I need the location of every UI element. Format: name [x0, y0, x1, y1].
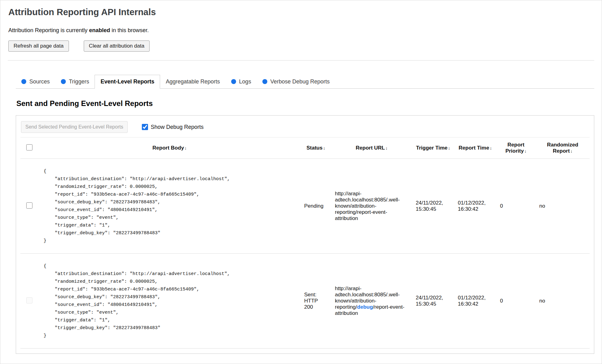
table-header-row: Report Body↕ Status↕ Report URL↕ Trigger…	[20, 138, 590, 159]
report-body-json: { "attribution_destination": "http://ara…	[44, 167, 297, 245]
col-header-report-priority[interactable]: Report Priority↕	[496, 138, 536, 159]
trigger-time: 24/11/2022, 15:30:45	[412, 159, 454, 254]
status-enabled-text: enabled	[89, 27, 110, 33]
page-actions: Refresh all page data Clear all attribut…	[8, 40, 594, 52]
status-suffix: in this browser.	[110, 27, 149, 33]
select-all-header	[20, 138, 39, 159]
tab-label: Sources	[29, 78, 50, 85]
col-header-status[interactable]: Status↕	[300, 138, 331, 159]
report-url: http://arapi-adtech.localhost:8085/.well…	[331, 159, 412, 254]
event-level-reports-table: Report Body↕ Status↕ Report URL↕ Trigger…	[20, 137, 590, 349]
tab-verbose-debug-reports[interactable]: Verbose Debug Reports	[257, 75, 335, 88]
report-priority: 0	[496, 159, 536, 254]
tab-sources[interactable]: Sources	[16, 75, 55, 88]
tab-label: Verbose Debug Reports	[270, 78, 330, 85]
main-content: Sources Triggers Event-Level Reports Agg…	[16, 75, 594, 354]
col-header-label: Report Time	[459, 145, 489, 151]
show-debug-label: Show Debug Reports	[151, 124, 204, 130]
tab-triggers[interactable]: Triggers	[55, 75, 95, 88]
tab-logs[interactable]: Logs	[226, 75, 257, 88]
report-status: Pending	[300, 159, 331, 254]
new-data-dot-icon	[262, 79, 267, 84]
col-header-label: Trigger Time	[416, 145, 447, 151]
row-checkbox-cell	[20, 254, 39, 349]
tab-aggregatable-reports[interactable]: Aggregatable Reports	[160, 75, 225, 88]
url-debug-highlight: debug	[357, 304, 373, 310]
attribution-internals-page: Attribution Reporting API Internals Attr…	[0, 0, 602, 364]
sort-icon: ↕	[570, 149, 573, 154]
new-data-dot-icon	[61, 79, 66, 84]
section-heading: Sent and Pending Event-Level Reports	[16, 99, 594, 108]
report-status: Sent: HTTP 200	[300, 254, 331, 349]
report-controls: Send Selected Pending Event-Level Report…	[21, 121, 590, 133]
sort-icon: ↕	[524, 149, 527, 154]
report-priority: 0	[496, 254, 536, 349]
new-data-dot-icon	[21, 79, 26, 84]
refresh-all-button[interactable]: Refresh all page data	[8, 40, 69, 52]
col-header-report-body[interactable]: Report Body↕	[39, 138, 300, 159]
report-time: 01/12/2022, 16:30:42	[454, 159, 496, 254]
randomized-report: no	[536, 254, 590, 349]
report-row-sent: { "attribution_destination": "http://ara…	[20, 254, 590, 349]
tab-bar: Sources Triggers Event-Level Reports Agg…	[16, 75, 594, 89]
randomized-report: no	[536, 159, 590, 254]
status-line: Attribution Reporting is currently enabl…	[8, 27, 594, 34]
row-checkbox-cell	[20, 159, 39, 254]
col-header-label: Status	[307, 145, 323, 151]
clear-all-button[interactable]: Clear all attribution data	[84, 40, 150, 52]
report-row-pending: { "attribution_destination": "http://ara…	[20, 159, 590, 254]
new-data-dot-icon	[231, 79, 236, 84]
report-body-json: { "attribution_destination": "http://ara…	[44, 262, 297, 340]
select-all-checkbox[interactable]	[26, 144, 32, 150]
tab-event-level-reports[interactable]: Event-Level Reports	[95, 75, 160, 89]
row-checkbox[interactable]	[26, 202, 32, 209]
sort-icon: ↕	[385, 146, 388, 150]
col-header-label: Report URL	[356, 145, 385, 151]
report-time: 01/12/2022, 16:30:42	[454, 254, 496, 349]
sort-icon: ↕	[323, 146, 325, 150]
col-header-report-time[interactable]: Report Time↕	[454, 138, 496, 159]
status-prefix: Attribution Reporting is currently	[8, 27, 89, 33]
row-checkbox	[26, 297, 32, 303]
report-body-cell: { "attribution_destination": "http://ara…	[39, 159, 300, 254]
report-url: http://arapi-adtech.localhost:8085/.well…	[331, 254, 412, 349]
tab-label: Triggers	[69, 78, 89, 85]
trigger-time: 24/11/2022, 15:30:45	[412, 254, 454, 349]
tab-label: Logs	[239, 78, 251, 85]
show-debug-toggle[interactable]: Show Debug Reports	[142, 124, 204, 130]
col-header-label: Report Priority	[505, 142, 524, 154]
tab-label: Event-Level Reports	[100, 78, 154, 85]
page-title: Attribution Reporting API Internals	[8, 7, 594, 17]
send-selected-reports-button[interactable]: Send Selected Pending Event-Level Report…	[21, 121, 128, 133]
tab-label: Aggregatable Reports	[166, 78, 220, 85]
sort-icon: ↕	[184, 146, 187, 150]
col-header-label: Report Body	[152, 145, 184, 151]
col-header-report-url[interactable]: Report URL↕	[331, 138, 412, 159]
sort-icon: ↕	[490, 146, 492, 150]
col-header-label: Randomized Report	[547, 142, 578, 154]
report-body-cell: { "attribution_destination": "http://ara…	[39, 254, 300, 349]
sort-icon: ↕	[448, 146, 450, 150]
col-header-trigger-time[interactable]: Trigger Time↕	[412, 138, 454, 159]
reports-panel: Send Selected Pending Event-Level Report…	[16, 115, 594, 354]
divider	[8, 60, 594, 61]
col-header-randomized-report[interactable]: Randomized Report↕	[536, 138, 590, 159]
show-debug-checkbox[interactable]	[142, 124, 148, 130]
